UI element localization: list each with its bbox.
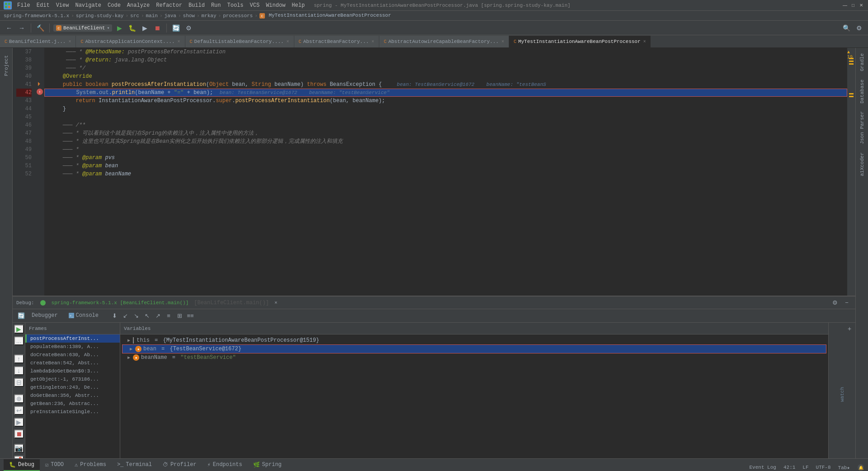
debug-up-btn[interactable]: ↑ <box>14 354 24 363</box>
code-content[interactable]: ——— * @MethodName: postProcessBeforeInst… <box>44 48 847 296</box>
menu-refactor[interactable]: Refactor <box>153 1 185 9</box>
update-button[interactable]: 🔄 <box>170 23 181 33</box>
frame-item-9[interactable]: preInstantiateSingle... <box>25 408 120 416</box>
frame-item-3[interactable]: createBean:542, Abst... <box>25 359 120 367</box>
bottom-tab-spring[interactable]: 🌿 Spring <box>248 459 287 471</box>
frame-item-2[interactable]: doCreateBean:630, Ab... <box>25 351 120 359</box>
editor-scrollbar[interactable]: ▲ 19 <box>847 48 855 296</box>
step-out-btn[interactable]: ↖ <box>142 311 152 321</box>
run-button[interactable]: ▶ <box>114 23 125 33</box>
breadcrumb-class[interactable]: C MyTestInstantiationAwareBeanPostProces… <box>259 13 391 18</box>
bottom-tab-profiler[interactable]: ⏱ Profiler <box>157 459 202 471</box>
run-config-dropdown[interactable]: C BeanLifeClient ▾ <box>53 24 112 32</box>
breadcrumb-java[interactable]: java <box>165 13 176 19</box>
tab-console[interactable]: >_ Console <box>63 311 104 321</box>
menu-vcs[interactable]: VCS <box>247 1 263 9</box>
breadcrumb-project[interactable]: spring-framework-5.1.x <box>4 13 69 19</box>
menu-build[interactable]: Build <box>186 1 208 9</box>
debug-stop-btn[interactable]: ⏹ <box>14 429 24 438</box>
menu-view[interactable]: View <box>53 1 72 9</box>
frame-item-5[interactable]: getObject:-1, 673186... <box>25 375 120 383</box>
frames-btn[interactable]: ⊞ <box>175 311 184 321</box>
bottom-tab-terminal[interactable]: >_ Terminal <box>112 459 157 471</box>
a1xcoder-panel-tab[interactable]: a1Xcoder <box>858 149 867 180</box>
jsonparser-panel-tab[interactable]: Json Parser <box>858 108 867 148</box>
var-item-this[interactable]: ▶ this = {MyTestInstantiationAwareBeanPo… <box>120 336 828 344</box>
step-into-btn[interactable]: ↙ <box>120 311 130 321</box>
debug-view-btn[interactable]: ⊕ <box>14 394 24 403</box>
debug-restore-btn[interactable]: ↩ <box>14 406 24 415</box>
menu-window[interactable]: Window <box>263 1 288 9</box>
bottom-tab-todo[interactable]: ☑ TODO <box>40 459 69 471</box>
add-watch-btn[interactable]: + <box>845 325 854 333</box>
tab-abstractbeanfactory[interactable]: C AbstractBeanFactory... × <box>294 36 379 47</box>
toolbar-build[interactable]: 🔨 <box>35 23 46 33</box>
tab-mytestprocessor[interactable]: C MyTestInstantiationAwareBeanPostProces… <box>509 36 651 47</box>
frame-item-8[interactable]: getBean:236, Abstrac... <box>25 400 120 408</box>
debug-button[interactable]: 🐛 <box>127 23 137 33</box>
debug-down-btn[interactable]: ↓ <box>14 366 24 375</box>
breadcrumb-main[interactable]: main <box>146 13 158 19</box>
frame-item-6[interactable]: getSingleton:243, De... <box>25 383 120 391</box>
tab-abstractappctx[interactable]: C AbstractApplicationContext.... × <box>76 36 185 47</box>
gradle-panel-tab[interactable]: Gradle <box>858 50 867 75</box>
menu-code[interactable]: Code <box>105 1 123 9</box>
debug-settings[interactable]: ⚙ <box>830 298 840 308</box>
tab-close-1[interactable]: × <box>68 39 71 44</box>
bottom-tab-debug[interactable]: 🐛 Debug <box>4 459 40 471</box>
step-over-btn[interactable]: ⬇ <box>109 311 119 321</box>
debug-restart[interactable]: 🔄 <box>16 311 26 321</box>
menu-analyze[interactable]: Analyze <box>124 1 152 9</box>
force-step-into-btn[interactable]: ↘ <box>131 311 141 321</box>
debug-session-close[interactable]: × <box>274 300 278 306</box>
close-button[interactable]: ✕ <box>858 2 864 9</box>
toolbar-settings[interactable]: ⚙ <box>183 23 194 33</box>
debug-session-name[interactable]: spring-framework-5.1.x [BeanLifeClient.m… <box>52 300 189 306</box>
toolbar-forward[interactable]: → <box>16 23 27 33</box>
tab-debugger[interactable]: Debugger <box>26 311 63 321</box>
settings-button[interactable]: ⚙ <box>854 23 864 33</box>
project-panel-tab[interactable]: Project <box>2 52 11 80</box>
maximize-button[interactable]: □ <box>850 2 856 9</box>
menu-file[interactable]: File <box>14 1 33 9</box>
status-indent[interactable]: Tab★ <box>838 465 850 471</box>
breadcrumb-mrkay[interactable]: mrkay <box>202 13 217 19</box>
event-log-link[interactable]: Event Log <box>750 465 776 470</box>
debug-add-btn[interactable]: ... <box>14 336 24 345</box>
frame-item-7[interactable]: doGetBean:356, Abstr... <box>25 391 120 400</box>
breadcrumb-processors[interactable]: processors <box>223 13 253 19</box>
breadcrumb-show[interactable]: show <box>183 13 195 19</box>
stop-button[interactable]: ⏹ <box>152 23 163 33</box>
debug-filter-btn[interactable]: ⊟ <box>14 378 24 387</box>
menu-help[interactable]: Help <box>289 1 307 9</box>
toolbar-back[interactable]: ← <box>4 23 14 33</box>
frame-item-0[interactable]: postProcessAfterInst... <box>25 334 120 343</box>
run-to-cursor-btn[interactable]: ↗ <box>153 311 163 321</box>
tab-abstractautowire[interactable]: C AbstractAutowireCapableBeanFactory... … <box>379 36 509 47</box>
menu-navigate[interactable]: Navigate <box>72 1 104 9</box>
database-panel-tab[interactable]: Database <box>858 76 867 107</box>
breadcrumb-src[interactable]: src <box>130 13 139 19</box>
var-item-beanname[interactable]: ▶ ● beanName = "testBeanService" <box>120 353 828 362</box>
tab-beanliceclient[interactable]: C BeanLifeClient.j... × <box>0 36 76 47</box>
tab-close-3[interactable]: × <box>287 39 289 44</box>
tab-close-2[interactable]: × <box>178 39 180 44</box>
resume-btn[interactable]: ▶ <box>14 325 24 334</box>
var-item-bean[interactable]: ▶ ● bean = {TestBeanService@1672} <box>122 344 826 353</box>
menu-run[interactable]: Run <box>208 1 224 9</box>
menu-edit[interactable]: Edit <box>34 1 52 9</box>
frame-item-1[interactable]: populateBean:1389, A... <box>25 343 120 351</box>
debug-panel-close[interactable]: − <box>842 298 852 308</box>
menu-tools[interactable]: Tools <box>225 1 246 9</box>
tab-defaultlistable[interactable]: C DefaultListableBeanFactory.... × <box>185 36 294 47</box>
minimize-button[interactable]: — <box>842 2 848 9</box>
tab-close-5[interactable]: × <box>501 39 504 44</box>
bottom-tab-problems[interactable]: ⚠ Problems <box>69 459 112 471</box>
frame-item-4[interactable]: lambda$doGetBean$0:3... <box>25 367 120 375</box>
coverage-button[interactable]: ▶ <box>139 23 150 33</box>
tab-close-4[interactable]: × <box>372 39 374 44</box>
bottom-tab-endpoints[interactable]: ⚡ Endpoints <box>202 459 248 471</box>
debug-run-selected-btn[interactable]: ▶ <box>14 418 24 427</box>
threads-btn[interactable]: ≡≡ <box>185 311 195 321</box>
status-encoding[interactable]: UTF-8 <box>816 465 831 470</box>
